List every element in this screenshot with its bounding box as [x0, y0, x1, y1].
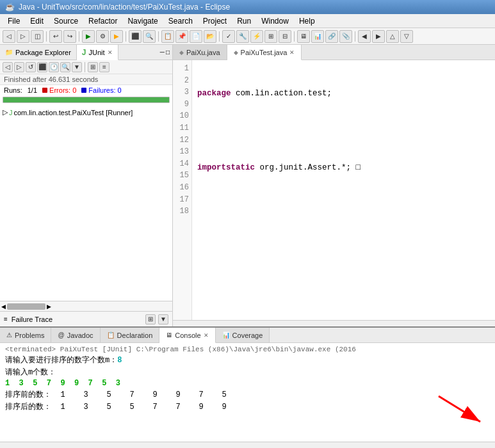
app-icon: ☕	[5, 3, 15, 12]
console-line-3: 1 3 5 7 9 9 7 5 3	[5, 379, 490, 388]
coverage-label: Coverage	[232, 332, 263, 339]
tab-console[interactable]: 🖥 Console ✕	[159, 328, 215, 343]
toolbar-btn-5[interactable]: ↪	[63, 30, 76, 43]
console-tab-close[interactable]: ✕	[204, 332, 209, 339]
toolbar-btn-12[interactable]: 📌	[175, 30, 188, 43]
toolbar-btn-13[interactable]: 📄	[190, 30, 202, 43]
tab-package-explorer[interactable]: 📁 Package Explorer	[0, 45, 77, 60]
panel-btn-history[interactable]: 🕐	[49, 62, 59, 72]
paixu-tab-icon: ◆	[179, 49, 184, 56]
menu-help[interactable]: Help	[294, 15, 320, 27]
toolbar-sep-2	[79, 31, 79, 42]
menu-source[interactable]: Source	[49, 15, 83, 27]
javadoc-label: Javadoc	[67, 332, 93, 339]
panel-btn-next[interactable]: ▷	[14, 62, 24, 72]
junit-label: JUnit	[89, 49, 105, 56]
paixutest-tab-close[interactable]: ✕	[289, 49, 295, 56]
panel-btn-rerun[interactable]: ↺	[26, 62, 36, 72]
menu-navigate[interactable]: Navigate	[122, 15, 163, 27]
toolbar: ◁ ▷ ◫ ↩ ↪ ▶ ⚙ ▶ ⬛ 🔍 📋 📌 📄 📂 ✓ 🔧 ⚡ ⊞ ⊟ 🖥 …	[0, 28, 495, 45]
toolbar-btn-15[interactable]: ✓	[222, 30, 235, 43]
menu-run[interactable]: Run	[232, 15, 256, 27]
code-line-blank2	[197, 237, 490, 250]
toolbar-btn-17[interactable]: ⚡	[250, 30, 263, 43]
tab-junit[interactable]: J JUnit ✕	[77, 45, 118, 60]
toolbar-btn-21[interactable]: 📊	[311, 30, 324, 43]
toolbar-btn-19[interactable]: ⊟	[279, 30, 291, 43]
toolbar-btn-4[interactable]: ↩	[49, 30, 62, 43]
editor-h-scrollbar[interactable]	[173, 320, 495, 326]
panel-btn-more[interactable]: ≡	[99, 62, 110, 72]
toolbar-btn-25[interactable]: ▶	[372, 30, 385, 43]
tab-declaration[interactable]: 📋 Declaration	[101, 328, 160, 342]
failure-trace-icons: ⊞ ▼	[145, 314, 168, 324]
toolbar-btn-24[interactable]: ◀	[358, 30, 371, 43]
editor-area: 📁 Package Explorer J JUnit ✕ ─ □ ◁	[0, 45, 495, 326]
toolbar-btn-16[interactable]: 🔧	[236, 30, 249, 43]
toolbar-btn-26[interactable]: △	[386, 30, 399, 43]
console-line-5: 排序后的数： 1 3 5 5 7 7 9 9	[5, 401, 490, 412]
panel-btn-prev[interactable]: ◁	[3, 62, 13, 72]
runs-label: Runs:	[4, 86, 22, 94]
toolbar-btn-14[interactable]: 📂	[204, 30, 216, 43]
toolbar-btn-22[interactable]: 🔗	[325, 30, 338, 43]
menu-project[interactable]: Project	[198, 15, 232, 27]
scroll-thumb[interactable]	[7, 303, 45, 310]
progress-bar	[3, 97, 169, 102]
console-h-scrollbar[interactable]	[0, 442, 495, 448]
panel-btn-filter[interactable]: 🔍	[60, 62, 70, 72]
scroll-left-arrow[interactable]: ◀	[1, 303, 6, 310]
console-label: Console	[175, 332, 200, 339]
toolbar-sep-5	[219, 31, 220, 42]
toolbar-btn-2[interactable]: ▷	[17, 30, 29, 43]
toolbar-btn-1[interactable]: ◁	[3, 30, 15, 43]
toolbar-btn-23[interactable]: 📎	[339, 30, 352, 43]
console-line-4: 排序前的数： 1 3 5 7 9 9 7 5	[5, 389, 490, 400]
code-content[interactable]: package com.lin.action.test; import stat…	[192, 60, 495, 320]
failures-section: Failures: 0	[81, 86, 121, 94]
toolbar-btn-10[interactable]: 🔍	[143, 30, 156, 43]
error-icon	[42, 88, 47, 93]
tab-javadoc[interactable]: @ Javadoc	[51, 328, 100, 342]
panel-btn-menu[interactable]: ▼	[72, 62, 82, 72]
paixutest-tab-icon: ◆	[234, 49, 238, 56]
trace-btn-1[interactable]: ⊞	[145, 314, 156, 324]
tree-item-label: com.lin.action.test.PaiXuTest [Runner]	[14, 109, 133, 116]
tab-paixutest-java[interactable]: ◆ PaiXuTest.java ✕	[227, 45, 302, 60]
toolbar-btn-27[interactable]: ▽	[400, 30, 413, 43]
tree-item-paixutest[interactable]: ▷ J com.lin.action.test.PaiXuTest [Runne…	[3, 107, 170, 118]
menu-window[interactable]: Window	[256, 15, 294, 27]
junit-tab-close[interactable]: ✕	[108, 49, 113, 56]
javadoc-icon: @	[58, 332, 64, 339]
progress-container	[3, 97, 170, 103]
h-scrollbar-left[interactable]: ◀ ▶	[0, 301, 172, 311]
toolbar-sep-7	[355, 31, 355, 42]
toolbar-btn-9[interactable]: ⬛	[129, 30, 142, 43]
panel-btn-stop[interactable]: ⬛	[37, 62, 47, 72]
tab-paixu-java[interactable]: ◆ PaiXu.java	[173, 45, 227, 60]
scroll-right-arrow[interactable]: ▶	[47, 303, 51, 310]
maximize-btn[interactable]: □	[166, 49, 170, 56]
code-line-blank4	[197, 311, 490, 320]
toolbar-sep-1	[46, 31, 47, 42]
toolbar-btn-8[interactable]: ▶	[110, 30, 123, 43]
toolbar-btn-20[interactable]: 🖥	[297, 30, 310, 43]
toolbar-btn-18[interactable]: ⊞	[264, 30, 277, 43]
minimize-btn[interactable]: ─	[160, 49, 165, 56]
toolbar-btn-6[interactable]: ▶	[82, 30, 95, 43]
menu-refactor[interactable]: Refactor	[83, 15, 122, 27]
toolbar-btn-7[interactable]: ⚙	[96, 30, 109, 43]
terminated-line: <terminated> PaiXuTest [JUnit] C:\Progra…	[5, 346, 490, 353]
code-line-blank1	[197, 200, 490, 212]
menu-file[interactable]: File	[3, 15, 25, 27]
console-output: <terminated> PaiXuTest [JUnit] C:\Progra…	[0, 343, 495, 442]
toolbar-btn-3[interactable]: ◫	[31, 30, 44, 43]
tab-problems[interactable]: ⚠ Problems	[0, 328, 51, 342]
toolbar-btn-11[interactable]: 📋	[161, 30, 174, 43]
panel-btn-layout[interactable]: ⊞	[88, 62, 98, 72]
menu-search[interactable]: Search	[163, 15, 198, 27]
trace-btn-2[interactable]: ▼	[158, 314, 168, 324]
runs-value: 1/1	[28, 86, 37, 94]
tab-coverage[interactable]: 📊 Coverage	[216, 328, 270, 342]
menu-edit[interactable]: Edit	[25, 15, 49, 27]
